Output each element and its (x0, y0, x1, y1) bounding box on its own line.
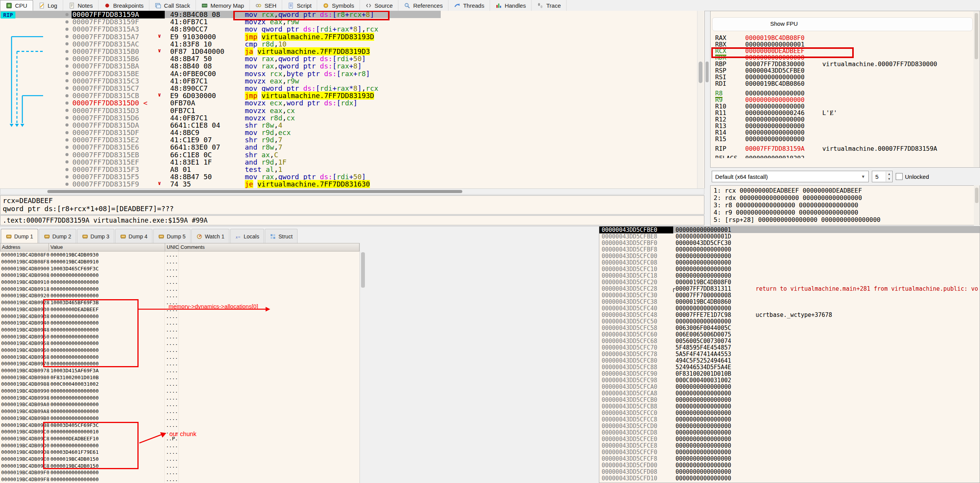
stack-row[interactable]: 00000043DD5CFC785A5F4F47414A4553 (599, 351, 980, 357)
disassembly-row[interactable]: 00007FF7DD8315A348:890CC7mov qword ptr d… (0, 25, 704, 33)
stack-row[interactable]: 00000043DD5CFBE8000000000000001D (599, 233, 980, 240)
stack-row[interactable]: 00000043DD5CFC200000019BC4DB08F0 (599, 279, 980, 285)
disassembly-row[interactable]: 00007FF7DD8315D644:0FB7C1movzx r8d,cx (0, 114, 704, 122)
dump-tab-struct[interactable]: Struct (265, 229, 298, 243)
stack-row[interactable]: 00000043DD5CFCE80000000000000000 (599, 442, 980, 449)
dump-row[interactable]: 0000019BC4DB09B808003D405CF69F3C.... (0, 421, 360, 428)
registers-vscrollbar[interactable] (973, 12, 979, 167)
disassembly-row[interactable]: 00007FF7DD8315D0 <0FB70Amovzx ecx,word p… (0, 99, 704, 107)
dump-row[interactable]: 0000019BC4DB097810003D415AF69F3A.... (0, 367, 360, 374)
dump-tab-locals[interactable]: x=Locals (230, 229, 264, 243)
disassembly-row[interactable]: 00007FF7DD8315BE4A:0FBE0C00movsx rcx,byt… (0, 70, 704, 77)
stack-row[interactable]: 00000043DD5CFC3000007FF700000008 (599, 292, 980, 298)
stack-row[interactable]: 00000043DD5CFC4800007FFE7E1D7C98ucrtbase… (599, 311, 980, 318)
dump-row[interactable]: 0000019BC4DB09400000000000000000.... (0, 320, 360, 326)
gutter-cell[interactable] (0, 79, 72, 82)
gutter-cell[interactable] (0, 50, 72, 53)
gutter-cell[interactable] (0, 123, 72, 127)
stack-row[interactable]: 00000043DD5CFC400000000000000000 (599, 305, 980, 311)
gutter-cell[interactable] (0, 131, 72, 134)
pane-splitter-handle[interactable] (706, 62, 709, 82)
breakpoint-dot-icon[interactable] (65, 28, 69, 31)
breakpoint-dot-icon[interactable] (65, 168, 69, 171)
registers-pane[interactable]: Show FPU RAX0000019BC4DB08F0RBX000000000… (710, 11, 980, 168)
disassembly-row[interactable]: 00007FF7DD8315EF41:83E1 1Fand r9d,1F (0, 158, 704, 166)
tab-threads[interactable]: Threads (448, 0, 490, 11)
gutter-cell[interactable] (0, 42, 72, 45)
disassembly-row[interactable]: 00007FF7DD8315C341:0FB7C1movzx eax,r9w (0, 77, 704, 85)
stack-row[interactable]: 00000043DD5CFCF00000000000000000 (599, 449, 980, 455)
dump-row[interactable]: 0000019BC4DB09380000000000000000.... (0, 313, 360, 320)
dump-pane[interactable]: Address Value UNIC Comments 0000019BC4DB… (0, 243, 366, 483)
stack-pane[interactable]: 00000043DD5CFBE0000000000000000100000043… (599, 226, 980, 483)
tab-references[interactable]: References (398, 0, 448, 11)
breakpoint-dot-icon[interactable] (65, 42, 69, 45)
dump-tab-dump-2[interactable]: Dump 2 (39, 229, 76, 243)
tab-script[interactable]: Script (282, 0, 317, 11)
stack-row[interactable]: 00000043DD5CFD080000000000000000 (599, 468, 980, 475)
disassembly-row[interactable]: 00007FF7DD8315DF44:8BC9mov r9d,ecx (0, 129, 704, 136)
stack-row[interactable]: 00000043DD5CFC98000C000400031002 (599, 377, 980, 383)
stack-row[interactable]: 00000043DD5CFC60006E0065006D0075 (599, 331, 980, 338)
dump-vscrollbar[interactable] (360, 243, 366, 483)
gutter-cell[interactable] (0, 102, 72, 105)
register-row-rip[interactable]: RIP00007FF7DD83159Avirtualmachine.00007F… (715, 145, 937, 152)
arg-count-stepper[interactable]: 5 ▲ ▼ (872, 171, 893, 182)
stack-row[interactable]: 00000043DD5CFCA80000000000000000 (599, 390, 980, 396)
disassembly-row[interactable]: 00007FF7DD8315A7∨E9 91030000jmp virtualm… (0, 33, 704, 40)
unlocked-checkbox[interactable] (896, 173, 903, 180)
dump-row[interactable]: 0000019BC4DB08F80000019BC4DB0910.... (0, 258, 360, 265)
disassembly-row[interactable]: 00007FF7DD8315EB66:C1E8 0Cshr ax,C (0, 151, 704, 158)
tab-notes[interactable]: Notes (63, 0, 99, 11)
disassembly-row[interactable]: 00007FF7DD8315C748:890CC7mov qword ptr d… (0, 85, 704, 92)
spinner-down-icon[interactable]: ▼ (886, 177, 892, 182)
gutter-cell[interactable] (0, 94, 72, 97)
gutter-cell[interactable] (0, 160, 72, 163)
dump-row[interactable]: 0000019BC4DB09680000000000000000.... (0, 353, 360, 360)
stack-row[interactable]: 00000043DD5CFC88524946534D5F5A4E (599, 364, 980, 370)
gutter-cell[interactable] (0, 20, 72, 23)
breakpoint-dot-icon[interactable] (65, 138, 69, 142)
dump-row[interactable]: 0000019BC4DB09A00000000000000000.... (0, 401, 360, 408)
stack-row[interactable]: 00000043DD5CFCB80000000000000000 (599, 403, 980, 410)
argument-row-1[interactable]: 1: rcx 00000000DEADBEEF 00000000DEADBEEF (714, 187, 980, 194)
dump-tab-dump-5[interactable]: Dump 5 (153, 229, 191, 243)
disassembly-row[interactable]: 00007FF7DD8315AC41:83F8 10cmp r8d,10 (0, 40, 704, 48)
register-row-rax[interactable]: RAX0000019BC4DB08F0 (715, 34, 804, 41)
tab-memory-map[interactable]: Memory Map (196, 0, 250, 11)
stack-row[interactable]: 00000043DD5CFCE00000000000000000 (599, 436, 980, 442)
dump-tab-dump-4[interactable]: Dump 4 (115, 229, 152, 243)
tab-log[interactable]: Log (33, 0, 63, 11)
disassembly-row[interactable]: 00007FF7DD8315BA48:8B40 08mov rax,qword … (0, 62, 704, 70)
dump-row[interactable]: 0000019BC4DB09F00000000000000000.... (0, 469, 360, 476)
dump-row[interactable]: 0000019BC4DB09F80000000000000000.... (0, 476, 360, 483)
register-row-r13[interactable]: R130000000000000000 (715, 122, 804, 129)
disassembly-row[interactable]: 00007FF7DD8315E241:C1E9 07shr r9d,7 (0, 136, 704, 143)
dump-row[interactable]: 0000019BC4DB09D800003D4601F79E61.... (0, 449, 360, 456)
breakpoint-dot-icon[interactable] (65, 146, 69, 149)
breakpoint-dot-icon[interactable] (65, 183, 69, 186)
disassembly-row[interactable]: 00007FF7DD8315F9∨74 35je virtualmachine.… (0, 180, 704, 188)
register-row-rsi[interactable]: RSI0000000000000000 (715, 73, 804, 80)
dump-row[interactable]: 0000019BC4DB09800F831002001D010B.... (0, 374, 360, 381)
dump-row[interactable]: 0000019BC4DB09080000000000000000.... (0, 272, 360, 279)
disassembly-row[interactable]: 00007FF7DD8315F3A8 01test al,1 (0, 166, 704, 173)
unlocked-checkbox-group[interactable]: Unlocked (896, 173, 929, 180)
dump-row[interactable]: 0000019BC4DB09E00000019BC4DB0150.... (0, 456, 360, 463)
dump-row[interactable]: 0000019BC4DB09100000000000000000.... (0, 279, 360, 286)
stack-row[interactable]: 00000043DD5CFCC00000000000000000 (599, 410, 980, 416)
breakpoint-dot-icon[interactable] (65, 175, 69, 178)
gutter-cell[interactable] (0, 28, 72, 31)
disassembly-hscrollbar[interactable] (0, 188, 704, 195)
argument-row-2[interactable]: 2: rdx 0000000000000000 0000000000000000 (714, 194, 980, 202)
disassembly-row[interactable]: 00007FF7DD8315F548:8B47 50mov rax,qword … (0, 173, 704, 180)
gutter-cell[interactable] (0, 35, 72, 38)
register-row-r9[interactable]: R90000000000000000 (715, 96, 804, 103)
dump-row[interactable]: 0000019BC4DB09180000000000000000.... (0, 285, 360, 292)
stack-row[interactable]: 00000043DD5CFC80494C5F5252494641 (599, 357, 980, 364)
dump-tab-dump-3[interactable]: Dump 3 (77, 229, 114, 243)
gutter-cell[interactable] (0, 146, 72, 149)
dump-row[interactable]: 0000019BC4DB09480000000000000000.... (0, 326, 360, 333)
stack-row[interactable]: 00000043DD5CFCD00000000000000000 (599, 423, 980, 429)
register-row-r12[interactable]: R120000000000000000 (715, 116, 804, 122)
